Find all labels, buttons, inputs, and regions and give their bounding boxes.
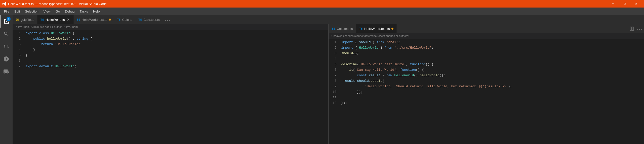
tab-dirty-indicator (391, 28, 393, 30)
code-line: 12 }); (329, 100, 644, 106)
code-line: 1 import { should } from 'chai'; (329, 40, 644, 45)
code-line: 6 it('Can say Hello World', function() { (329, 67, 644, 73)
svg-point-0 (4, 45, 5, 46)
more-actions-button[interactable]: ... (636, 25, 643, 32)
left-code-area[interactable]: 1 export class HelloWorld { 2 public hel… (13, 30, 328, 144)
tab-label: Calc.ts (122, 18, 132, 22)
tab-label: Calc.test.ts (337, 27, 353, 31)
tab-calc-test-ts[interactable]: TS Calc.test.ts (135, 15, 163, 24)
code-line: 5 describe('Hello World test suite', fun… (329, 62, 644, 67)
ts-icon: TS (117, 18, 121, 21)
explorer-activity-icon[interactable]: 1 (0, 15, 13, 28)
menu-tasks[interactable]: Tasks (77, 9, 90, 14)
title-bar-left: HelloWorld.test.ts — MochaTypescriptTest… (2, 2, 107, 6)
left-code-container: Nilay Shah, 23 minutes ago | 1 author (N… (13, 24, 328, 144)
code-line: 6 (13, 58, 328, 64)
ts-icon: TS (77, 18, 80, 21)
git-blame-bar: Nilay Shah, 23 minutes ago | 1 author (N… (13, 24, 328, 30)
ts-icon: TS (332, 27, 335, 30)
minimize-button[interactable]: ─ (607, 0, 619, 8)
editor-area: JS gulpfile.js TS HelloWorld.ts ✕ TS Hel… (13, 15, 644, 144)
menu-file[interactable]: File (2, 9, 11, 14)
code-line: 9 'Hello World', `Should return: Hello W… (329, 84, 644, 89)
unsaved-notice: Unsaved changes (cannot determine recent… (329, 33, 644, 39)
code-line: 2 import { HelloWorld } from '../src/Hel… (329, 45, 644, 51)
search-activity-icon[interactable] (0, 28, 13, 40)
code-line: 3 should(); (329, 51, 644, 56)
code-line: 7 const result = new HelloWorld().helloW… (329, 73, 644, 78)
code-line: 7 export default HelloWorld; (13, 64, 328, 69)
svg-rect-3 (632, 27, 634, 30)
tabs-overflow-button[interactable]: ... (163, 15, 172, 24)
explorer-badge: 1 (7, 17, 11, 21)
activity-bar: 1 (0, 15, 13, 144)
left-editor-pane: Nilay Shah, 23 minutes ago | 1 author (N… (13, 24, 328, 144)
code-line: 2 public helloWorld() : string { (13, 36, 328, 42)
tab-dirty-indicator (109, 19, 111, 21)
title-bar-title: HelloWorld.test.ts — MochaTypescriptTest… (8, 2, 107, 6)
source-control-activity-icon[interactable] (0, 40, 13, 53)
tab-calc-ts[interactable]: TS Calc.ts (114, 15, 136, 24)
tab-label: HelloWorld.test.ts (364, 27, 390, 31)
svg-point-1 (8, 47, 9, 48)
tab-label: gulpfile.js (20, 18, 34, 22)
title-bar: HelloWorld.test.ts — MochaTypescriptTest… (0, 0, 644, 8)
right-pane-controls: ... (628, 25, 644, 32)
js-icon: JS (16, 18, 19, 21)
menu-bar: File Edit Selection View Go Debug Tasks … (0, 8, 644, 15)
right-code-area[interactable]: 1 import { should } from 'chai'; 2 impor… (329, 39, 644, 144)
code-line: 4 (329, 56, 644, 62)
svg-rect-2 (630, 27, 632, 30)
right-pane-tabs: TS Calc.test.ts TS HelloWorld.test.ts ..… (329, 24, 644, 33)
menu-debug[interactable]: Debug (63, 9, 76, 14)
debug-activity-icon[interactable] (0, 53, 13, 65)
tab-label: Calc.test.ts (143, 18, 159, 22)
tab-helloworld-test-ts[interactable]: TS HelloWorld.test.ts (74, 15, 114, 24)
code-line: 11 (329, 95, 644, 100)
main-layout: 1 JS gulpfile.js TS HelloWorld.ts ✕ (0, 15, 644, 144)
code-line: 1 export class HelloWorld { (13, 31, 328, 36)
left-tabs-bar: JS gulpfile.js TS HelloWorld.ts ✕ TS Hel… (13, 15, 644, 24)
right-tab-helloworld-test-ts[interactable]: TS HelloWorld.test.ts (356, 24, 397, 33)
code-line: 8 result.should.equals( (329, 78, 644, 84)
vscode-logo-icon (2, 2, 7, 6)
right-editor-pane: TS Calc.test.ts TS HelloWorld.test.ts ..… (329, 24, 644, 144)
tab-label: HelloWorld.test.ts (82, 18, 107, 22)
menu-selection[interactable]: Selection (23, 9, 40, 14)
tab-close-button[interactable]: ✕ (66, 18, 70, 22)
tab-helloworld-ts[interactable]: TS HelloWorld.ts ✕ (37, 15, 74, 24)
right-tab-calc-test-ts[interactable]: TS Calc.test.ts (329, 24, 356, 33)
code-line: 3 return 'Hello World' (13, 42, 328, 47)
right-code-container: Unsaved changes (cannot determine recent… (329, 33, 644, 144)
split-editor-button[interactable] (628, 25, 635, 32)
close-button[interactable]: ✕ (630, 0, 642, 8)
title-bar-controls: ─ □ ✕ (607, 0, 642, 8)
tab-label: HelloWorld.ts (46, 18, 65, 22)
tab-gulpfile-js[interactable]: JS gulpfile.js (13, 15, 37, 24)
maximize-button[interactable]: □ (619, 0, 630, 8)
menu-help[interactable]: Help (91, 9, 102, 14)
menu-view[interactable]: View (42, 9, 53, 14)
code-line: 5 } (13, 53, 328, 58)
code-line: 10 }); (329, 89, 644, 95)
extensions-activity-icon[interactable] (0, 65, 13, 78)
ts-icon: TS (41, 18, 44, 21)
ts-icon: TS (138, 18, 142, 21)
menu-go[interactable]: Go (54, 9, 62, 14)
editor-panes: Nilay Shah, 23 minutes ago | 1 author (N… (13, 24, 644, 144)
code-line: 4 } (13, 47, 328, 53)
ts-icon: TS (359, 27, 363, 30)
menu-edit[interactable]: Edit (12, 9, 22, 14)
